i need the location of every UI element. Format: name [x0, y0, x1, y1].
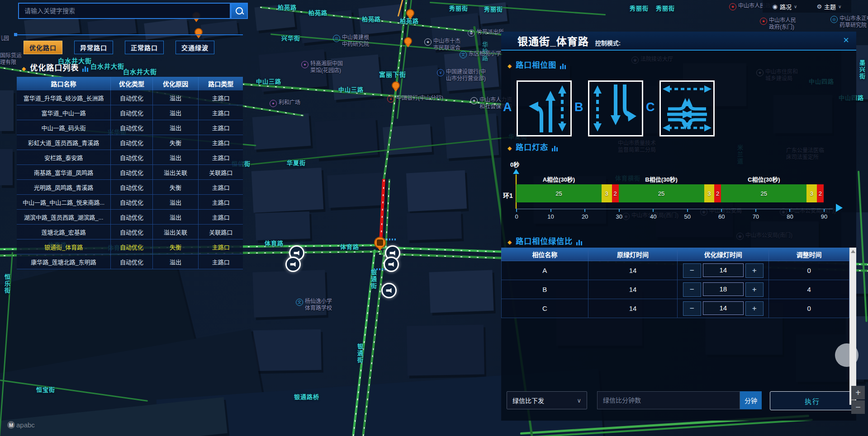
increment-button[interactable]: + — [745, 263, 764, 278]
ratio-row: A14−14+0 — [501, 261, 849, 280]
map-zoom-in-button[interactable]: + — [851, 386, 865, 399]
control-mode-label: 控制模式: — [595, 38, 621, 47]
table-cell: 主路口 — [199, 210, 243, 224]
table-cell: 主路口 — [199, 180, 243, 194]
traffic-camera-icon[interactable] — [384, 257, 399, 272]
table-row[interactable]: 富华道_中山一路自动优化溢出主路口 — [17, 105, 243, 120]
poi-icon: ● — [301, 61, 308, 68]
phase-c-arrows — [661, 82, 713, 135]
table-row[interactable]: 彩虹大道_莲员西路_青溪路自动优化失衡主路口 — [17, 135, 243, 150]
scroll-up-icon[interactable] — [851, 250, 855, 253]
table-row[interactable]: 南基路_富华道_凤鸣路自动优化溢出关联关联路口 — [17, 165, 243, 180]
search-input[interactable] — [19, 7, 230, 14]
phase-label: A相位(30秒) — [543, 175, 575, 183]
panel-scrollbar[interactable] — [849, 248, 856, 405]
tab-优化路口[interactable]: 优化路口 — [24, 41, 62, 54]
map-building — [0, 149, 13, 185]
theme-label: 主题 — [824, 2, 836, 11]
chevron-down-icon: ∨ — [577, 397, 581, 404]
minutes-input[interactable] — [597, 391, 740, 409]
traffic-camera-icon[interactable] — [381, 283, 397, 298]
table-cell: 溢出 — [153, 195, 199, 209]
play-icon[interactable] — [836, 204, 843, 212]
map-building — [253, 329, 322, 371]
street-label: 银通街 — [356, 343, 364, 364]
street-label: 墨兴街 — [858, 60, 866, 80]
axis-tick-label: 0 — [515, 213, 518, 220]
axis-tick — [687, 209, 688, 212]
table-row[interactable]: 康华路_莲塘北路_东明路自动优化溢出主路口 — [17, 254, 243, 269]
poi-icon: ★ — [424, 38, 432, 46]
table-row[interactable]: 中山一路_中山二路_悦来南路...自动优化溢出主路口 — [17, 195, 243, 210]
table-row[interactable]: 中山一路_码头街自动优化溢出主路口 — [17, 120, 243, 135]
execute-button[interactable]: 执行 — [770, 391, 855, 410]
diamond-icon: ◆ — [508, 239, 512, 246]
increment-button[interactable]: + — [745, 282, 764, 297]
decrement-button[interactable]: − — [683, 263, 701, 278]
phase-c-diagram — [659, 80, 715, 136]
phase-c-letter: C — [646, 100, 655, 114]
bar-chart-icon — [82, 66, 88, 73]
poi-label: 文东区柏苑小学 — [460, 51, 501, 58]
table-cell: 自动优化 — [111, 180, 153, 194]
increment-button[interactable]: + — [745, 301, 764, 316]
search-bar — [18, 3, 231, 19]
column-header: 路口名称 — [17, 77, 111, 90]
poi-icon: ★ — [470, 97, 478, 104]
search-button[interactable] — [231, 3, 248, 19]
traffic-camera-icon[interactable] — [285, 257, 301, 272]
optimized-green-value[interactable]: 18 — [703, 282, 744, 296]
close-icon[interactable]: × — [843, 34, 849, 46]
table-row[interactable]: 莲塘北路_宏基路自动优化溢出关联关联路口 — [17, 225, 243, 239]
table-cell: 自动优化 — [111, 120, 153, 135]
decrement-button[interactable]: − — [683, 282, 701, 297]
table-row[interactable]: 银通街_体育路自动优化失衡主路口 — [17, 239, 243, 254]
street-label: 银通路桥 — [294, 392, 319, 401]
minutes-unit-button[interactable]: 分钟 — [740, 391, 762, 409]
original-green-cell: 14 — [588, 280, 678, 299]
table-row[interactable]: 富华道_升华路_岐沙路_长洲路自动优化溢出主路口 — [17, 90, 243, 105]
axis-tick — [516, 209, 517, 212]
table-cell: 主路口 — [199, 239, 243, 254]
table-row[interactable]: 安栏路_泰安路自动优化溢出主路口 — [17, 150, 243, 165]
signal-phase-bar: 253225322532 — [516, 184, 824, 202]
traffic-toggle[interactable]: ◉ 路况 ∨ — [773, 2, 797, 11]
location-pin-icon[interactable] — [406, 9, 414, 17]
table-cell: 自动优化 — [111, 90, 153, 105]
chevron-down-icon: ∨ — [794, 4, 797, 9]
table-row[interactable]: 光明路_凤鸣路_青溪路自动优化失衡主路口 — [17, 180, 243, 195]
map-zoom-out-button[interactable]: − — [851, 400, 865, 414]
optimized-green-cell: −14+ — [678, 299, 769, 318]
poi-icon: ◎ — [830, 16, 838, 23]
bar-chart-icon — [552, 146, 558, 152]
map-building — [406, 170, 467, 212]
optimized-green-value[interactable]: 14 — [703, 263, 744, 277]
tab-正常路口[interactable]: 正常路口 — [125, 41, 164, 54]
tab-异常路口[interactable]: 异常路口 — [74, 41, 113, 54]
table-cell: 失衡 — [153, 135, 199, 150]
table-cell: 溢出 — [153, 105, 199, 120]
map-building — [429, 270, 493, 313]
table-cell: 自动优化 — [111, 150, 153, 164]
issue-mode-select[interactable]: 绿信比下发 ∨ — [507, 391, 587, 409]
left-list-title-text: 优化路口列表 — [30, 61, 79, 73]
street-label: 中山三路 — [256, 77, 281, 85]
location-pin-icon[interactable] — [404, 37, 412, 45]
mapabc-logo-icon: M — [7, 421, 15, 429]
ratio-row: C14−14+0 — [501, 299, 849, 318]
table-row[interactable]: 湖滨中路_莲员西路_湖滨路_...自动优化溢出主路口 — [17, 210, 243, 225]
diamond-icon: ◆ — [508, 145, 512, 152]
phase-name-cell: A — [501, 261, 588, 280]
table-cell: 湖滨中路_莲员西路_湖滨路_... — [17, 210, 111, 224]
tab-交通绿波[interactable]: 交通绿波 — [175, 41, 214, 54]
optimized-green-value[interactable]: 14 — [703, 301, 744, 315]
theme-toggle[interactable]: ⚙ 主题 ∨ — [816, 2, 841, 11]
table-cell: 安栏路_泰安路 — [17, 150, 111, 164]
poi-label: ●利和广场 — [270, 99, 300, 107]
poi-icon: ● — [270, 100, 277, 107]
location-pin-icon[interactable] — [374, 237, 386, 248]
location-pin-icon[interactable] — [392, 81, 400, 89]
table-cell: 关联路口 — [199, 225, 243, 239]
street-label: 柏苑路 — [308, 8, 327, 17]
decrement-button[interactable]: − — [683, 301, 701, 316]
